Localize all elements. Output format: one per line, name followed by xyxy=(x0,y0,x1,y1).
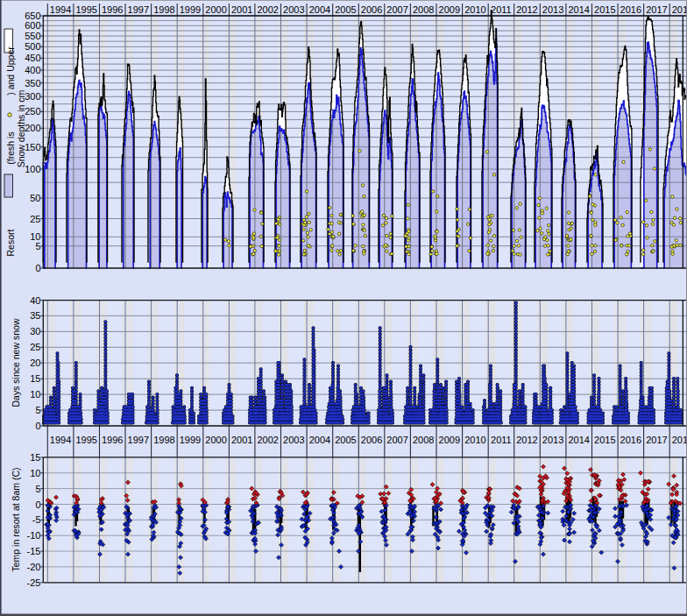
svg-text:200: 200 xyxy=(25,123,40,133)
svg-text:1994: 1994 xyxy=(50,4,71,15)
svg-text:Snow depths in cm: Snow depths in cm xyxy=(16,89,26,167)
svg-text:2016: 2016 xyxy=(620,435,641,445)
svg-text:30: 30 xyxy=(30,326,40,336)
svg-text:5: 5 xyxy=(35,241,40,251)
svg-text:2006: 2006 xyxy=(361,435,382,445)
svg-text:650: 650 xyxy=(25,11,40,21)
svg-text:1997: 1997 xyxy=(128,435,149,445)
svg-text:2017: 2017 xyxy=(646,4,667,15)
svg-text:2011: 2011 xyxy=(491,4,512,15)
svg-text:550: 550 xyxy=(25,31,40,41)
svg-text:0: 0 xyxy=(35,421,40,431)
svg-text:5: 5 xyxy=(35,405,40,415)
svg-text:2014: 2014 xyxy=(568,435,589,445)
svg-text:0: 0 xyxy=(35,499,40,510)
svg-text:25: 25 xyxy=(30,214,40,224)
svg-text:1998: 1998 xyxy=(153,4,174,15)
svg-text:2001: 2001 xyxy=(231,4,252,15)
svg-text:2012: 2012 xyxy=(516,435,537,445)
svg-text:2010: 2010 xyxy=(464,4,485,15)
svg-text:2007: 2007 xyxy=(386,4,407,15)
svg-text:-15: -15 xyxy=(27,546,41,556)
svg-text:-25: -25 xyxy=(27,577,41,588)
svg-text:2002: 2002 xyxy=(257,4,278,15)
svg-text:2003: 2003 xyxy=(283,435,304,445)
svg-text:1999: 1999 xyxy=(180,4,201,15)
svg-text:15: 15 xyxy=(30,373,40,384)
svg-text:2012: 2012 xyxy=(516,4,537,15)
svg-text:5: 5 xyxy=(35,484,40,494)
svg-text:400: 400 xyxy=(25,65,40,75)
svg-text:2002: 2002 xyxy=(257,435,278,445)
svg-text:25: 25 xyxy=(30,342,40,352)
svg-text:2001: 2001 xyxy=(231,435,252,445)
svg-text:2009: 2009 xyxy=(439,4,460,15)
svg-text:-20: -20 xyxy=(27,562,41,572)
svg-text:2015: 2015 xyxy=(594,435,615,445)
svg-text:10: 10 xyxy=(30,468,40,478)
svg-text:2013: 2013 xyxy=(542,435,563,445)
svg-text:2017: 2017 xyxy=(646,435,667,445)
svg-text:Temp in resort at 8am (C): Temp in resort at 8am (C) xyxy=(11,467,21,571)
svg-text:350: 350 xyxy=(25,78,40,89)
svg-text:1996: 1996 xyxy=(102,435,123,445)
svg-text:1996: 1996 xyxy=(102,4,123,15)
svg-text:2013: 2013 xyxy=(542,4,563,15)
svg-text:100: 100 xyxy=(25,164,40,174)
svg-text:2009: 2009 xyxy=(439,435,460,445)
svg-text:1997: 1997 xyxy=(128,4,149,15)
svg-text:2018: 2018 xyxy=(672,435,687,445)
svg-text:10: 10 xyxy=(30,389,40,400)
svg-text:2004: 2004 xyxy=(309,4,330,15)
svg-text:250: 250 xyxy=(25,106,40,117)
svg-text:450: 450 xyxy=(25,53,40,63)
svg-text:2014: 2014 xyxy=(568,4,589,15)
svg-text:300: 300 xyxy=(25,91,40,102)
svg-text:10: 10 xyxy=(30,231,40,242)
svg-text:2003: 2003 xyxy=(283,4,304,15)
svg-text:0: 0 xyxy=(35,263,40,273)
svg-text:2005: 2005 xyxy=(335,4,356,15)
svg-text:1995: 1995 xyxy=(75,4,96,15)
svg-text:1998: 1998 xyxy=(153,435,174,445)
svg-text:35: 35 xyxy=(30,310,40,321)
svg-text:-10: -10 xyxy=(27,530,41,541)
svg-text:2018: 2018 xyxy=(672,4,687,15)
svg-text:2007: 2007 xyxy=(386,435,407,445)
svg-text:Days since new snow: Days since new snow xyxy=(11,318,21,407)
svg-text:2008: 2008 xyxy=(413,435,434,445)
svg-text:2000: 2000 xyxy=(205,4,226,15)
svg-text:15: 15 xyxy=(30,452,40,463)
svg-text:1999: 1999 xyxy=(180,435,201,445)
svg-text:500: 500 xyxy=(25,41,40,52)
svg-text:2008: 2008 xyxy=(413,4,434,15)
svg-text:2006: 2006 xyxy=(361,4,382,15)
svg-text:2015: 2015 xyxy=(594,4,615,15)
svg-text:2011: 2011 xyxy=(491,435,512,445)
svg-text:1995: 1995 xyxy=(75,435,96,445)
svg-text:40: 40 xyxy=(30,295,40,306)
svg-text:1994: 1994 xyxy=(50,435,71,445)
svg-text:2004: 2004 xyxy=(309,435,330,445)
svg-text:2000: 2000 xyxy=(205,435,226,445)
svg-text:-5: -5 xyxy=(32,514,41,525)
svg-text:20: 20 xyxy=(30,358,40,368)
svg-text:(fresh is: (fresh is xyxy=(5,131,16,164)
svg-text:Resort: Resort xyxy=(5,229,16,256)
svg-text:600: 600 xyxy=(25,20,40,31)
svg-text:150: 150 xyxy=(25,142,40,152)
svg-text:2005: 2005 xyxy=(335,435,356,445)
svg-text:2010: 2010 xyxy=(464,435,485,445)
svg-text:) and Upper: ) and Upper xyxy=(5,46,16,96)
svg-text:50: 50 xyxy=(30,193,40,203)
svg-text:2016: 2016 xyxy=(620,4,641,15)
